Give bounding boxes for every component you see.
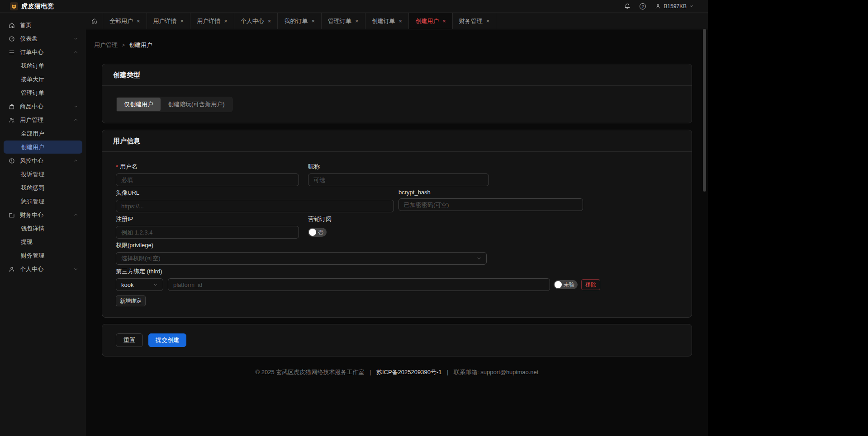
chevron-down-icon <box>74 104 78 108</box>
segment-companion[interactable]: 创建陪玩(可含新用户) <box>161 98 232 111</box>
tab-home[interactable] <box>86 13 103 29</box>
sidebar-item-label: 创建用户 <box>21 143 78 151</box>
platform-id-input[interactable] <box>168 278 550 291</box>
app-window: 虎皮猫电竞 ? B1597KB <box>0 0 708 436</box>
toggle-knob <box>309 229 316 236</box>
sidebar-item-complaints[interactable]: 投诉管理 <box>4 168 82 181</box>
footer-icp-link[interactable]: 苏ICP备2025209390号-1 <box>376 369 442 375</box>
notification-bell-icon[interactable] <box>624 3 631 9</box>
top-header: 虎皮猫电竞 ? B1597KB <box>0 0 708 13</box>
select-value: kook <box>121 281 133 288</box>
tab-user-detail-1[interactable]: 用户详情 × <box>147 13 191 29</box>
nickname-label: 昵称 <box>308 163 320 171</box>
tab-manage-orders[interactable]: 管理订单 × <box>322 13 365 29</box>
provider-select[interactable]: kook <box>116 278 163 291</box>
sidebar-item-withdraw[interactable]: 提现 <box>4 235 82 248</box>
reset-button[interactable]: 重置 <box>116 333 143 347</box>
submit-create-button[interactable]: 提交创建 <box>148 333 186 347</box>
sidebar-item-my-penalties[interactable]: 我的惩罚 <box>4 181 82 194</box>
breadcrumb-parent[interactable]: 用户管理 <box>94 41 118 49</box>
chevron-up-icon <box>74 118 78 122</box>
avatar-url-input[interactable] <box>116 200 394 212</box>
dashboard-icon <box>8 36 15 42</box>
tab-label: 我的订单 <box>284 17 308 25</box>
help-icon[interactable]: ? <box>640 3 646 9</box>
chevron-up-icon <box>74 213 78 217</box>
close-icon[interactable]: × <box>399 18 403 24</box>
tab-label: 财务管理 <box>459 17 483 25</box>
sidebar-item-label: 我的订单 <box>21 62 78 70</box>
sidebar-group-finance-center[interactable]: 财务中心 <box>4 208 82 221</box>
create-type-segmented: 仅创建用户 创建陪玩(可含新用户) <box>116 97 233 112</box>
product-center-icon <box>8 103 15 110</box>
sidebar-item-label: 我的惩罚 <box>21 184 78 192</box>
sidebar-group-user-management[interactable]: 用户管理 <box>4 113 82 127</box>
tab-profile[interactable]: 个人中心 × <box>234 13 278 29</box>
close-icon[interactable]: × <box>224 18 228 24</box>
add-binding-row: 新增绑定 <box>116 295 678 306</box>
tab-my-orders[interactable]: 我的订单 × <box>278 13 322 29</box>
sidebar-group-profile[interactable]: 个人中心 <box>4 263 82 276</box>
sidebar-item-home[interactable]: 首页 <box>4 19 82 32</box>
close-icon[interactable]: × <box>486 18 490 24</box>
tab-create-order[interactable]: 创建订单 × <box>365 13 409 29</box>
home-icon <box>8 22 15 28</box>
sidebar-item-wallet-details[interactable]: 钱包详情 <box>4 222 82 235</box>
privilege-select[interactable]: 选择权限(可空) <box>116 252 487 265</box>
form-row: 头像URL bcrypt_hash <box>116 189 678 212</box>
form-row: 注册IP 营销订阅 <box>116 215 678 239</box>
app-logo: 虎皮猫电竞 <box>10 2 54 10</box>
username-input[interactable] <box>116 173 299 186</box>
tab-create-user[interactable]: 创建用户 × <box>409 13 453 29</box>
bcrypt-hash-input[interactable] <box>398 198 583 211</box>
user-menu[interactable]: B1597KB <box>655 3 693 9</box>
close-icon[interactable]: × <box>355 18 359 24</box>
tab-label: 创建用户 <box>415 17 439 25</box>
register-ip-input[interactable] <box>116 226 299 239</box>
form-row: * 用户名 昵称 <box>116 163 678 186</box>
sidebar-item-order-hall[interactable]: 接单大厅 <box>4 73 82 86</box>
sidebar-item-finance-management[interactable]: 财务管理 <box>4 249 82 262</box>
verified-toggle[interactable]: 未验 <box>554 280 578 289</box>
third-binding-row: kook 未验 <box>116 278 678 291</box>
close-icon[interactable]: × <box>311 18 315 24</box>
sidebar-item-all-users[interactable]: 全部用户 <box>4 127 82 140</box>
sidebar-item-label: 提现 <box>21 238 78 246</box>
sidebar-group-product-center[interactable]: 商品中心 <box>4 100 82 113</box>
close-icon[interactable]: × <box>137 18 140 24</box>
sidebar-item-create-user[interactable]: 创建用户 <box>4 141 82 154</box>
marketing-toggle[interactable]: 否 <box>308 228 327 237</box>
segment-user-only[interactable]: 仅创建用户 <box>117 98 161 111</box>
sidebar-group-dashboard[interactable]: 仪表盘 <box>4 32 82 45</box>
tab-all-users[interactable]: 全部用户 × <box>103 13 147 29</box>
add-binding-button[interactable]: 新增绑定 <box>116 295 146 306</box>
user-management-icon <box>8 117 15 123</box>
sidebar-group-order-center[interactable]: 订单中心 <box>4 46 82 59</box>
sidebar-item-label: 首页 <box>20 21 78 29</box>
sidebar-item-label: 钱包详情 <box>21 225 78 233</box>
app-title: 虎皮猫电竞 <box>21 2 54 10</box>
nickname-input[interactable] <box>308 173 489 186</box>
scrollbar-thumb[interactable] <box>703 29 706 192</box>
page-body: 用户管理 > 创建用户 创建类型 仅创建用户 创建陪玩(可含新用户) <box>86 41 708 376</box>
field-label: 头像URL <box>116 189 394 197</box>
vertical-scrollbar[interactable] <box>703 14 706 434</box>
sidebar-item-manage-orders[interactable]: 管理订单 <box>4 86 82 99</box>
sidebar-item-label: 用户管理 <box>20 116 69 124</box>
risk-center-icon <box>8 158 15 164</box>
tab-user-detail-2[interactable]: 用户详情 × <box>190 13 234 29</box>
sidebar-item-penalty-management[interactable]: 惩罚管理 <box>4 195 82 208</box>
remove-binding-button[interactable]: 移除 <box>581 279 600 290</box>
chevron-down-icon <box>153 282 158 287</box>
close-icon[interactable]: × <box>442 18 446 24</box>
sidebar-item-label: 全部用户 <box>21 130 78 138</box>
screen: 虎皮猫电竞 ? B1597KB <box>0 0 868 436</box>
close-icon[interactable]: × <box>268 18 271 24</box>
sidebar-group-risk-center[interactable]: 风控中心 <box>4 154 82 167</box>
sidebar-item-label: 商品中心 <box>20 103 69 111</box>
close-icon[interactable]: × <box>180 18 184 24</box>
sidebar-item-my-orders[interactable]: 我的订单 <box>4 59 82 72</box>
select-placeholder: 选择权限(可空) <box>121 254 161 263</box>
tab-finance-management[interactable]: 财务管理 × <box>453 13 497 29</box>
card-title: 用户信息 <box>102 130 692 152</box>
